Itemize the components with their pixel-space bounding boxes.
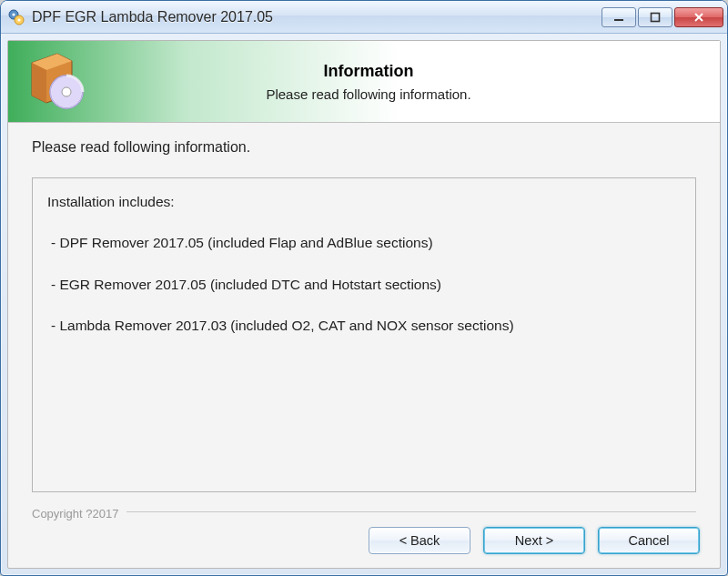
info-textbox[interactable]: Installation includes: - DPF Remover 201… <box>32 177 696 492</box>
svg-rect-5 <box>652 13 660 21</box>
list-item: - Lambda Remover 2017.03 (included O2, C… <box>47 315 681 336</box>
installer-window: DPF EGR Lambda Remover 2017.05 <box>0 0 728 576</box>
svg-point-3 <box>17 18 20 21</box>
client-area: Information Please read following inform… <box>7 40 721 569</box>
list-item: - DPF Remover 2017.05 (included Flap and… <box>47 232 681 253</box>
cancel-button[interactable]: Cancel <box>598 527 700 554</box>
titlebar[interactable]: DPF EGR Lambda Remover 2017.05 <box>1 1 727 34</box>
copyright-label: Copyright ?2017 <box>8 501 720 520</box>
window-title: DPF EGR Lambda Remover 2017.05 <box>32 9 602 25</box>
window-controls <box>602 7 723 27</box>
svg-rect-4 <box>614 19 623 21</box>
next-button[interactable]: Next > <box>483 527 585 554</box>
install-box-cd-icon <box>26 50 90 114</box>
wizard-header: Information Please read following inform… <box>8 41 720 123</box>
app-icon <box>8 9 25 25</box>
svg-point-1 <box>12 13 15 15</box>
includes-label: Installation includes: <box>47 191 681 212</box>
maximize-button[interactable] <box>638 7 672 27</box>
svg-point-10 <box>62 87 71 96</box>
minimize-button[interactable] <box>602 7 636 27</box>
header-subtitle: Please read following information. <box>117 86 620 102</box>
list-item: - EGR Remover 2017.05 (included DTC and … <box>47 274 681 295</box>
header-text: Information Please read following inform… <box>117 62 702 102</box>
intro-text: Please read following information. <box>32 139 696 156</box>
close-button[interactable] <box>674 7 723 27</box>
header-title: Information <box>117 62 620 81</box>
wizard-footer: < Back Next > Cancel <box>8 520 720 568</box>
wizard-body: Please read following information. Insta… <box>8 123 720 501</box>
back-button[interactable]: < Back <box>369 527 470 554</box>
